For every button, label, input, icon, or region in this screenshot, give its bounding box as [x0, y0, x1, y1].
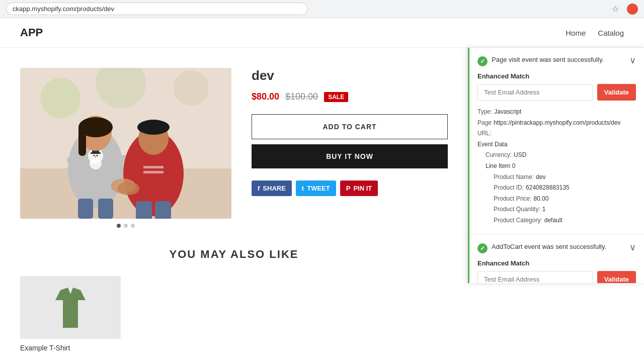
side-panel: ✓ Page visit event was sent successfully… — [468, 48, 644, 283]
product-price-value-1: 80.00 — [533, 194, 548, 205]
share-label: SHARE — [263, 185, 286, 192]
enhanced-match-label-1: Enhanced Match — [477, 72, 636, 80]
svg-rect-28 — [155, 201, 171, 219]
product-id-label-1: Product ID: — [494, 183, 524, 194]
product-card-title: Example T-Shirt — [20, 344, 121, 352]
email-row-1: Validate — [477, 84, 636, 101]
product-image-container — [20, 68, 231, 228]
shop-logo: APP — [20, 26, 43, 39]
scrollable-panel[interactable]: ✓ Page visit event was sent successfully… — [469, 48, 644, 283]
share-facebook-button[interactable]: f SHARE — [252, 180, 292, 196]
share-twitter-button[interactable]: t TWEET — [296, 180, 336, 196]
svg-point-2 — [174, 70, 209, 106]
image-dot-1[interactable] — [117, 224, 121, 228]
svg-rect-10 — [91, 152, 101, 154]
enhanced-match-label-2: Enhanced Match — [477, 259, 636, 267]
facebook-icon: f — [258, 185, 260, 192]
product-cat-label-1: Product Category: — [494, 215, 542, 226]
line-item-label-1: Line Item 0 — [486, 161, 515, 172]
event-card-page-visit: ✓ Page visit event was sent successfully… — [469, 48, 644, 235]
pinterest-icon: P — [346, 185, 351, 192]
svg-rect-21 — [98, 199, 113, 219]
currency-label-1: Currency: — [486, 150, 512, 161]
product-name-value-1: dev — [536, 172, 545, 183]
svg-rect-24 — [143, 171, 164, 173]
product-id-value-1: 6240828883135 — [526, 183, 570, 194]
collapse-button-2[interactable]: ∨ — [629, 243, 636, 252]
success-icon-1: ✓ — [477, 56, 488, 66]
image-dot-3[interactable] — [131, 224, 135, 228]
event-card-add-to-cart: ✓ AddToCart event was sent successfully.… — [469, 235, 644, 283]
email-input-2[interactable] — [477, 271, 593, 283]
product-image — [20, 68, 231, 219]
collapse-button-1[interactable]: ∨ — [629, 56, 636, 65]
product-title: dev — [252, 68, 448, 83]
buy-now-button[interactable]: BUY IT NOW — [252, 144, 448, 168]
pin-label: PIN IT — [353, 185, 372, 192]
page-value-1: https://pintrackapp.myshopify.com/produc… — [494, 118, 621, 129]
event-data-label-1: Event Data — [477, 139, 507, 150]
you-may-also-like-title: YOU MAY ALSO LIKE — [20, 248, 448, 261]
star-icon[interactable]: ☆ — [612, 4, 619, 14]
page-label-1: Page — [477, 118, 492, 129]
svg-rect-23 — [143, 166, 164, 168]
event-title-2: AddToCart event was sent successfully. — [492, 243, 629, 250]
product-name-label-1: Product Name: — [494, 172, 534, 183]
social-share-buttons: f SHARE t TWEET P PIN IT — [252, 180, 448, 196]
url-label-1: URL: — [477, 128, 491, 139]
svg-point-12 — [97, 155, 98, 156]
type-label-1: Type: — [477, 107, 492, 118]
event-card-header-1: ✓ Page visit event was sent successfully… — [477, 56, 636, 66]
type-value-1: Javascript — [494, 107, 521, 118]
user-avatar — [627, 4, 638, 15]
svg-point-26 — [137, 120, 170, 135]
currency-value-1: USD — [514, 150, 526, 161]
email-input-1[interactable] — [477, 84, 593, 101]
product-qty-label-1: Product Quantity: — [494, 204, 540, 215]
svg-point-11 — [94, 155, 95, 156]
svg-point-8 — [90, 157, 102, 169]
image-dot-2[interactable] — [124, 224, 128, 228]
tweet-label: TWEET — [307, 185, 330, 192]
product-price-label-1: Product Price: — [494, 194, 531, 205]
validate-button-1[interactable]: Validate — [597, 84, 636, 101]
nav-catalog[interactable]: Catalog — [598, 29, 624, 37]
nav-home[interactable]: Home — [566, 29, 586, 37]
tshirt-image — [20, 276, 121, 339]
svg-point-30 — [117, 182, 139, 195]
price-sale: $80.00 — [252, 92, 279, 102]
shop-header: APP Home Catalog — [0, 18, 644, 48]
shop-nav: Home Catalog — [566, 29, 624, 37]
product-info: dev $80.00 $100.00 SALE ADD TO CART BUY … — [252, 68, 448, 196]
product-grid: Example T-Shirt — [20, 276, 448, 352]
price-original: $100.00 — [285, 92, 318, 102]
svg-rect-27 — [136, 201, 152, 219]
share-pinterest-button[interactable]: P PIN IT — [340, 180, 378, 196]
svg-rect-19 — [80, 123, 111, 133]
product-qty-value-1: 1 — [542, 204, 546, 215]
tshirt-svg — [50, 285, 91, 330]
product-card[interactable]: Example T-Shirt — [20, 276, 121, 352]
main-wrapper: dev $80.00 $100.00 SALE ADD TO CART BUY … — [0, 48, 644, 362]
event-title-1: Page visit event was sent successfully. — [492, 56, 629, 63]
product-cat-value-1: default — [544, 215, 562, 226]
success-icon-2: ✓ — [477, 243, 488, 253]
sale-badge: SALE — [324, 92, 348, 102]
event-card-header-2: ✓ AddToCart event was sent successfully.… — [477, 243, 636, 253]
validate-button-2[interactable]: Validate — [597, 271, 636, 283]
email-row-2: Validate — [477, 271, 636, 283]
image-dots — [20, 224, 231, 228]
add-to-cart-button[interactable]: ADD TO CART — [252, 114, 448, 139]
product-prices: $80.00 $100.00 SALE — [252, 92, 448, 102]
product-page: dev $80.00 $100.00 SALE ADD TO CART BUY … — [0, 48, 468, 362]
svg-point-1 — [40, 78, 80, 118]
event-details-1: Type: Javascript Page https://pintrackap… — [477, 107, 636, 226]
product-content: dev $80.00 $100.00 SALE ADD TO CART BUY … — [20, 68, 448, 228]
twitter-icon: t — [302, 185, 304, 192]
browser-url[interactable]: ckapp.myshopify.com/products/dev — [6, 3, 308, 15]
product-image-svg — [20, 68, 231, 219]
svg-rect-20 — [78, 199, 93, 219]
svg-point-13 — [95, 156, 97, 158]
product-card-image — [20, 276, 121, 339]
browser-chrome: ckapp.myshopify.com/products/dev ☆ — [0, 0, 644, 18]
